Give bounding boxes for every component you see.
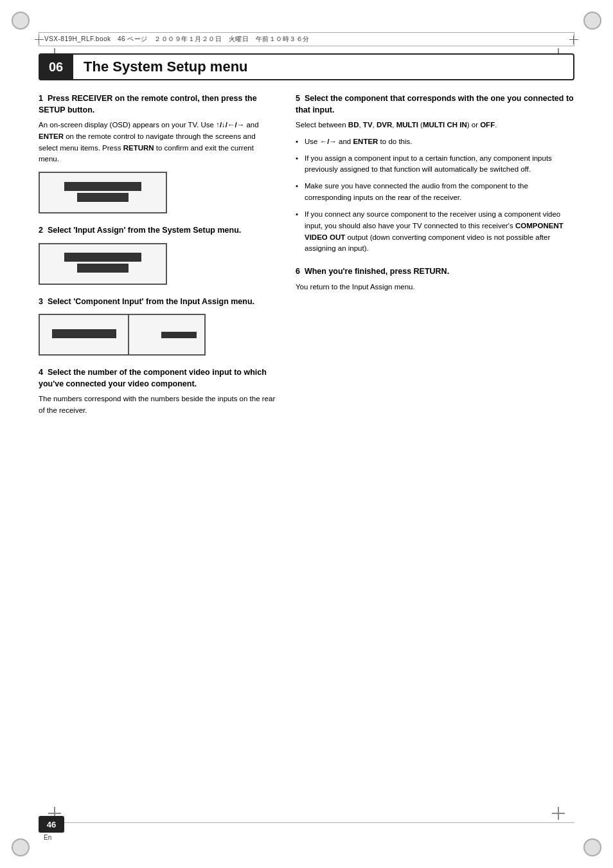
bar-crosshair-right bbox=[569, 35, 578, 44]
bullet-2: If you assign a component input to a cer… bbox=[296, 153, 574, 176]
screen-bar-2a bbox=[64, 253, 141, 262]
step-6-block: 6 When you're finished, press RETURN. Yo… bbox=[296, 266, 574, 293]
bar-crosshair-left bbox=[35, 35, 44, 44]
corner-decoration-tr bbox=[583, 12, 601, 30]
bullet-4: If you connect any source component to t… bbox=[296, 209, 574, 255]
bullet-3: Make sure you have connected the audio f… bbox=[296, 181, 574, 204]
inner-crosshair-br bbox=[552, 807, 565, 820]
page-lang: En bbox=[44, 834, 51, 841]
screen-mockup-1 bbox=[39, 172, 167, 213]
screen-bar-2b bbox=[77, 264, 129, 273]
file-info-text: VSX-819H_RLF.book 46 ページ ２００９年１月２０日 火曜日 … bbox=[44, 35, 310, 44]
step-4-block: 4 Select the number of the component vid… bbox=[39, 367, 276, 417]
step-5-bullets: Use ←/→ and ENTER to do this. If you ass… bbox=[296, 136, 574, 255]
step-5-block: 5 Select the component that corresponds … bbox=[296, 93, 574, 255]
bullet-1: Use ←/→ and ENTER to do this. bbox=[296, 136, 574, 148]
screen-bar-1b bbox=[77, 193, 129, 202]
step-3-block: 3 Select 'Component Input' from the Inpu… bbox=[39, 296, 276, 356]
screen-panel-left bbox=[39, 314, 129, 356]
screen-mockup-2 bbox=[39, 243, 167, 285]
chapter-header: 06 The System Setup menu bbox=[39, 53, 574, 80]
step-3-heading: 3 Select 'Component Input' from the Inpu… bbox=[39, 296, 276, 308]
chapter-title-box: The System Setup menu bbox=[73, 53, 574, 80]
step-1-block: 1 Press RECEIVER on the remote control, … bbox=[39, 93, 276, 213]
left-column: 1 Press RECEIVER on the remote control, … bbox=[39, 93, 276, 804]
file-info-bar: VSX-819H_RLF.book 46 ページ ２００９年１月２０日 火曜日 … bbox=[39, 32, 574, 46]
screen-mockup-3 bbox=[39, 314, 206, 356]
screen-bar-1a bbox=[64, 182, 141, 191]
screen-bar-3b bbox=[161, 332, 197, 338]
main-content: 1 Press RECEIVER on the remote control, … bbox=[39, 93, 574, 804]
step-6-body: You return to the Input Assign menu. bbox=[296, 282, 574, 293]
step-2-heading: 2 Select 'Input Assign' from the System … bbox=[39, 225, 276, 237]
step-5-heading: 5 Select the component that corresponds … bbox=[296, 93, 574, 116]
step-1-heading: 1 Press RECEIVER on the remote control, … bbox=[39, 93, 276, 116]
bottom-border bbox=[39, 822, 574, 823]
step-4-heading: 4 Select the number of the component vid… bbox=[39, 367, 276, 390]
step-5-intro: Select between BD, TV, DVR, MULTI (MULTI… bbox=[296, 120, 574, 131]
screen-panel-right bbox=[129, 314, 206, 356]
step-4-body: The numbers correspond with the numbers … bbox=[39, 393, 276, 417]
chapter-number: 06 bbox=[39, 53, 73, 80]
step-6-heading: 6 When you're finished, press RETURN. bbox=[296, 266, 574, 278]
corner-decoration-tl bbox=[12, 12, 30, 30]
chapter-title: The System Setup menu bbox=[84, 59, 248, 75]
screen-bar-3a bbox=[52, 329, 116, 338]
step-1-body: An on-screen display (OSD) appears on yo… bbox=[39, 120, 276, 165]
corner-decoration-br bbox=[583, 838, 601, 856]
right-column: 5 Select the component that corresponds … bbox=[296, 93, 574, 804]
step-2-block: 2 Select 'Input Assign' from the System … bbox=[39, 225, 276, 285]
page-number: 46 bbox=[39, 816, 64, 833]
corner-decoration-bl bbox=[12, 838, 30, 856]
